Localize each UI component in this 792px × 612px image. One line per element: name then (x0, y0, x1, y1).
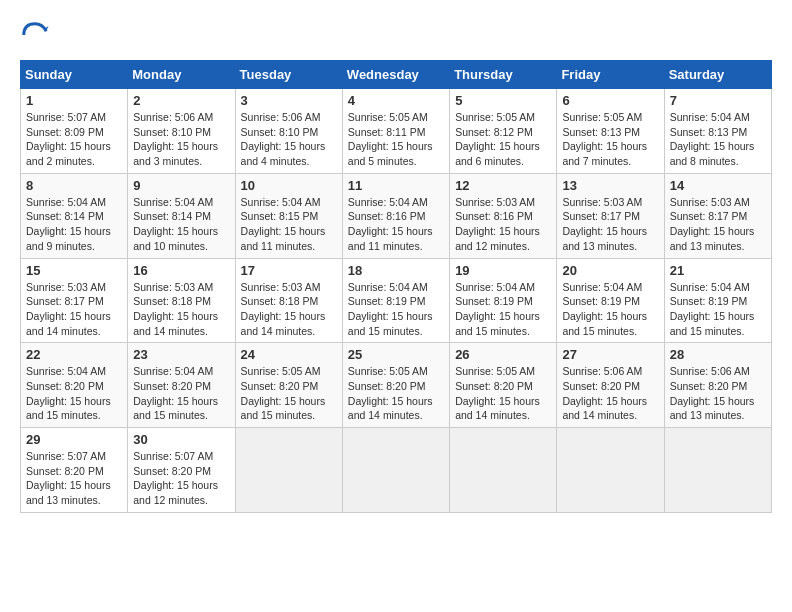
day-number: 15 (26, 263, 122, 278)
calendar-cell: 7 Sunrise: 5:04 AM Sunset: 8:13 PM Dayli… (664, 89, 771, 174)
calendar-cell: 9 Sunrise: 5:04 AM Sunset: 8:14 PM Dayli… (128, 173, 235, 258)
calendar-cell: 14 Sunrise: 5:03 AM Sunset: 8:17 PM Dayl… (664, 173, 771, 258)
header-day-friday: Friday (557, 61, 664, 89)
week-row-2: 8 Sunrise: 5:04 AM Sunset: 8:14 PM Dayli… (21, 173, 772, 258)
calendar-cell: 27 Sunrise: 5:06 AM Sunset: 8:20 PM Dayl… (557, 343, 664, 428)
day-info: Sunrise: 5:04 AM Sunset: 8:19 PM Dayligh… (455, 280, 551, 339)
day-number: 27 (562, 347, 658, 362)
day-info: Sunrise: 5:06 AM Sunset: 8:10 PM Dayligh… (241, 110, 337, 169)
day-info: Sunrise: 5:04 AM Sunset: 8:19 PM Dayligh… (670, 280, 766, 339)
day-info: Sunrise: 5:04 AM Sunset: 8:20 PM Dayligh… (133, 364, 229, 423)
day-number: 26 (455, 347, 551, 362)
calendar-cell: 4 Sunrise: 5:05 AM Sunset: 8:11 PM Dayli… (342, 89, 449, 174)
calendar-table: SundayMondayTuesdayWednesdayThursdayFrid… (20, 60, 772, 513)
header-day-saturday: Saturday (664, 61, 771, 89)
day-info: Sunrise: 5:07 AM Sunset: 8:20 PM Dayligh… (26, 449, 122, 508)
calendar-cell: 28 Sunrise: 5:06 AM Sunset: 8:20 PM Dayl… (664, 343, 771, 428)
day-info: Sunrise: 5:03 AM Sunset: 8:18 PM Dayligh… (133, 280, 229, 339)
calendar-cell (450, 428, 557, 513)
calendar-cell (235, 428, 342, 513)
day-info: Sunrise: 5:05 AM Sunset: 8:20 PM Dayligh… (348, 364, 444, 423)
calendar-cell: 24 Sunrise: 5:05 AM Sunset: 8:20 PM Dayl… (235, 343, 342, 428)
calendar-body: 1 Sunrise: 5:07 AM Sunset: 8:09 PM Dayli… (21, 89, 772, 513)
calendar-cell: 26 Sunrise: 5:05 AM Sunset: 8:20 PM Dayl… (450, 343, 557, 428)
header-day-monday: Monday (128, 61, 235, 89)
day-number: 17 (241, 263, 337, 278)
day-info: Sunrise: 5:03 AM Sunset: 8:17 PM Dayligh… (670, 195, 766, 254)
logo (20, 20, 54, 50)
calendar-cell: 8 Sunrise: 5:04 AM Sunset: 8:14 PM Dayli… (21, 173, 128, 258)
day-number: 23 (133, 347, 229, 362)
day-number: 5 (455, 93, 551, 108)
header-day-wednesday: Wednesday (342, 61, 449, 89)
day-info: Sunrise: 5:05 AM Sunset: 8:20 PM Dayligh… (455, 364, 551, 423)
day-number: 1 (26, 93, 122, 108)
calendar-cell: 30 Sunrise: 5:07 AM Sunset: 8:20 PM Dayl… (128, 428, 235, 513)
day-info: Sunrise: 5:03 AM Sunset: 8:17 PM Dayligh… (26, 280, 122, 339)
day-number: 30 (133, 432, 229, 447)
calendar-cell: 20 Sunrise: 5:04 AM Sunset: 8:19 PM Dayl… (557, 258, 664, 343)
day-info: Sunrise: 5:04 AM Sunset: 8:16 PM Dayligh… (348, 195, 444, 254)
day-info: Sunrise: 5:04 AM Sunset: 8:14 PM Dayligh… (26, 195, 122, 254)
day-number: 8 (26, 178, 122, 193)
day-number: 22 (26, 347, 122, 362)
calendar-cell: 25 Sunrise: 5:05 AM Sunset: 8:20 PM Dayl… (342, 343, 449, 428)
day-info: Sunrise: 5:05 AM Sunset: 8:12 PM Dayligh… (455, 110, 551, 169)
day-number: 14 (670, 178, 766, 193)
day-info: Sunrise: 5:04 AM Sunset: 8:19 PM Dayligh… (562, 280, 658, 339)
day-info: Sunrise: 5:06 AM Sunset: 8:20 PM Dayligh… (562, 364, 658, 423)
week-row-3: 15 Sunrise: 5:03 AM Sunset: 8:17 PM Dayl… (21, 258, 772, 343)
calendar-cell: 10 Sunrise: 5:04 AM Sunset: 8:15 PM Dayl… (235, 173, 342, 258)
day-number: 12 (455, 178, 551, 193)
day-number: 25 (348, 347, 444, 362)
day-number: 24 (241, 347, 337, 362)
day-info: Sunrise: 5:03 AM Sunset: 8:17 PM Dayligh… (562, 195, 658, 254)
day-number: 19 (455, 263, 551, 278)
header-day-thursday: Thursday (450, 61, 557, 89)
day-info: Sunrise: 5:06 AM Sunset: 8:10 PM Dayligh… (133, 110, 229, 169)
calendar-cell: 21 Sunrise: 5:04 AM Sunset: 8:19 PM Dayl… (664, 258, 771, 343)
day-number: 6 (562, 93, 658, 108)
day-number: 20 (562, 263, 658, 278)
day-info: Sunrise: 5:07 AM Sunset: 8:09 PM Dayligh… (26, 110, 122, 169)
day-number: 10 (241, 178, 337, 193)
day-number: 11 (348, 178, 444, 193)
day-info: Sunrise: 5:03 AM Sunset: 8:18 PM Dayligh… (241, 280, 337, 339)
calendar-cell: 16 Sunrise: 5:03 AM Sunset: 8:18 PM Dayl… (128, 258, 235, 343)
day-number: 21 (670, 263, 766, 278)
week-row-1: 1 Sunrise: 5:07 AM Sunset: 8:09 PM Dayli… (21, 89, 772, 174)
calendar-cell (557, 428, 664, 513)
day-number: 7 (670, 93, 766, 108)
calendar-cell: 23 Sunrise: 5:04 AM Sunset: 8:20 PM Dayl… (128, 343, 235, 428)
day-number: 16 (133, 263, 229, 278)
calendar-header: SundayMondayTuesdayWednesdayThursdayFrid… (21, 61, 772, 89)
calendar-cell: 15 Sunrise: 5:03 AM Sunset: 8:17 PM Dayl… (21, 258, 128, 343)
calendar-cell: 17 Sunrise: 5:03 AM Sunset: 8:18 PM Dayl… (235, 258, 342, 343)
calendar-cell: 18 Sunrise: 5:04 AM Sunset: 8:19 PM Dayl… (342, 258, 449, 343)
calendar-cell: 3 Sunrise: 5:06 AM Sunset: 8:10 PM Dayli… (235, 89, 342, 174)
header-day-tuesday: Tuesday (235, 61, 342, 89)
day-info: Sunrise: 5:07 AM Sunset: 8:20 PM Dayligh… (133, 449, 229, 508)
day-info: Sunrise: 5:04 AM Sunset: 8:13 PM Dayligh… (670, 110, 766, 169)
calendar-cell: 11 Sunrise: 5:04 AM Sunset: 8:16 PM Dayl… (342, 173, 449, 258)
day-number: 29 (26, 432, 122, 447)
calendar-cell: 29 Sunrise: 5:07 AM Sunset: 8:20 PM Dayl… (21, 428, 128, 513)
calendar-cell: 19 Sunrise: 5:04 AM Sunset: 8:19 PM Dayl… (450, 258, 557, 343)
day-info: Sunrise: 5:04 AM Sunset: 8:20 PM Dayligh… (26, 364, 122, 423)
day-info: Sunrise: 5:04 AM Sunset: 8:15 PM Dayligh… (241, 195, 337, 254)
day-number: 3 (241, 93, 337, 108)
week-row-4: 22 Sunrise: 5:04 AM Sunset: 8:20 PM Dayl… (21, 343, 772, 428)
day-number: 2 (133, 93, 229, 108)
calendar-cell: 1 Sunrise: 5:07 AM Sunset: 8:09 PM Dayli… (21, 89, 128, 174)
day-info: Sunrise: 5:06 AM Sunset: 8:20 PM Dayligh… (670, 364, 766, 423)
calendar-cell: 12 Sunrise: 5:03 AM Sunset: 8:16 PM Dayl… (450, 173, 557, 258)
day-info: Sunrise: 5:03 AM Sunset: 8:16 PM Dayligh… (455, 195, 551, 254)
calendar-cell (342, 428, 449, 513)
day-number: 4 (348, 93, 444, 108)
day-number: 28 (670, 347, 766, 362)
day-info: Sunrise: 5:05 AM Sunset: 8:20 PM Dayligh… (241, 364, 337, 423)
day-number: 13 (562, 178, 658, 193)
header-day-sunday: Sunday (21, 61, 128, 89)
calendar-cell: 2 Sunrise: 5:06 AM Sunset: 8:10 PM Dayli… (128, 89, 235, 174)
day-info: Sunrise: 5:05 AM Sunset: 8:11 PM Dayligh… (348, 110, 444, 169)
